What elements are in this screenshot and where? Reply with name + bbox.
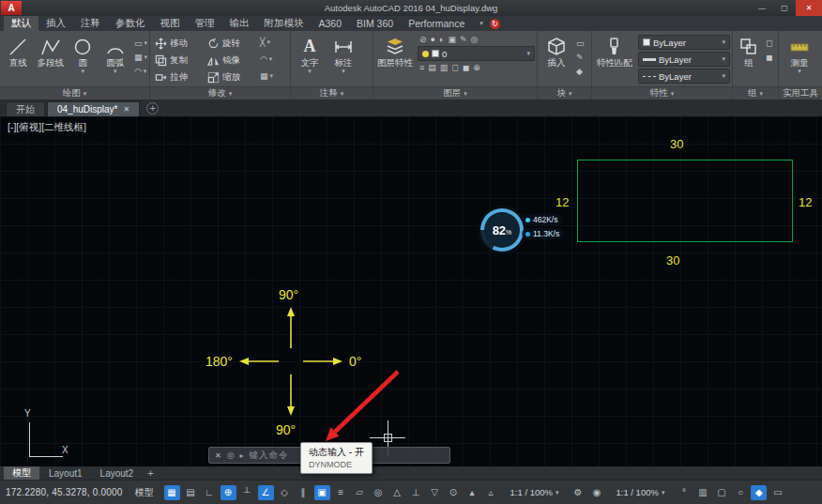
layout-tab-model[interactable]: 模型 [4, 466, 39, 480]
layer-copy-icon[interactable]: ⊕ [473, 63, 480, 72]
dynamic-input-icon[interactable]: ⊕ [221, 485, 236, 500]
file-tab-start[interactable]: 开始 [6, 101, 45, 116]
layer-freeze-icon[interactable]: ◐ [439, 35, 444, 44]
panel-footer-draw[interactable]: 绘图 ▾ [0, 86, 149, 99]
panel-footer-properties[interactable]: 特性 ▾ [592, 86, 732, 99]
arc-tool-button[interactable]: 圆弧 ▾ [99, 33, 130, 75]
linetype-dropdown[interactable]: ByLayer ▾ [638, 69, 730, 84]
viewport-controls-label[interactable]: [-][俯视][二维线框] [8, 121, 86, 134]
measure-tool-button[interactable]: 测量 ▾ [781, 33, 818, 75]
mirror-tool-button[interactable]: 镜像 [207, 53, 255, 68]
ribbon-tab-parametric[interactable]: 参数化 [108, 16, 153, 31]
layer-state-icon[interactable]: ≡ [419, 63, 424, 72]
selection-filter-icon[interactable]: ▽ [427, 485, 443, 500]
ribbon-tab-home[interactable]: 默认 [4, 16, 38, 31]
line-tool-button[interactable]: 直线 [2, 33, 34, 68]
tab-close-icon[interactable]: ✕ [124, 105, 130, 114]
gizmo-icon[interactable]: ⊙ [446, 485, 462, 500]
circle-flyout-icon[interactable]: ▾ [81, 68, 84, 75]
new-drawing-tab-button[interactable]: + [146, 102, 159, 115]
panel-footer-annotate[interactable]: 注释 ▾ [291, 86, 373, 99]
block-create-button[interactable]: ▭ [576, 37, 585, 49]
annotation-monitor-icon[interactable]: ◉ [589, 485, 605, 500]
model-space-indicator[interactable]: 模型 [135, 486, 154, 499]
ribbon-tab-view[interactable]: 视图 [153, 16, 188, 31]
layer-merge-icon[interactable]: ◼ [463, 63, 469, 72]
3d-osnap-icon[interactable]: △ [389, 485, 405, 500]
graphics-performance-icon[interactable]: ◆ [751, 485, 767, 500]
ribbon-tab-bim360[interactable]: BIM 360 [349, 16, 401, 31]
grid-toggle-icon[interactable]: ▦ [164, 485, 180, 500]
copy-tool-button[interactable]: 复制 [155, 53, 203, 68]
units-icon[interactable]: ° [676, 485, 692, 500]
snap-toggle-icon[interactable]: ▤ [183, 485, 199, 500]
match-properties-button[interactable]: 特性匹配 [594, 33, 635, 68]
object-color-dropdown[interactable]: ByLayer ▾ [638, 35, 730, 50]
viewport-scale-chip[interactable]: 1:1 / 100% ▾ [612, 485, 670, 500]
array-tool-button[interactable]: ▦ ▾ [260, 69, 288, 82]
performance-gauge[interactable]: 82 % [480, 208, 524, 252]
ellipse-tool-button[interactable]: ◠ ▾ [134, 65, 147, 77]
ribbon-collapse-icon[interactable]: ▾ [480, 20, 483, 27]
ungroup-button[interactable]: ◻ [766, 37, 772, 49]
ribbon-tab-output[interactable]: 输出 [222, 16, 257, 31]
block-edit-button[interactable]: ✎ [576, 51, 585, 63]
command-close-icon[interactable]: ✕ [215, 451, 221, 460]
selection-cycling-icon[interactable]: ◎ [371, 485, 387, 500]
block-attributes-button[interactable]: ◆ [576, 65, 585, 77]
command-input[interactable]: 键入命令 [250, 450, 289, 462]
circle-tool-button[interactable]: 圆 ▾ [67, 33, 99, 75]
dimension-label-right[interactable]: 12 [799, 195, 812, 209]
drawing-canvas[interactable]: [-][俯视][二维线框] 30 12 12 30 82 % 462K/s 11… [0, 116, 822, 466]
text-tool-button[interactable]: A 文字 ▾ [293, 33, 327, 75]
rotate-tool-button[interactable]: 旋转 [207, 36, 255, 51]
sync-icon[interactable]: ↻ [490, 19, 500, 29]
annotation-scale-chip[interactable]: 1:1 / 100% ▾ [506, 485, 564, 500]
layer-properties-button[interactable]: 图层特性 [375, 33, 415, 68]
arc-flyout-icon[interactable]: ▾ [114, 68, 117, 75]
annotation-visibility-icon[interactable]: ▴ [464, 485, 480, 500]
insert-block-button[interactable]: 插入 [540, 33, 573, 68]
panel-footer-layers[interactable]: 图层 ▾ [373, 86, 537, 99]
layer-off-icon[interactable]: ⊘ [419, 35, 427, 44]
infer-constraints-icon[interactable]: ∟ [202, 485, 218, 500]
layer-select-dropdown[interactable]: 0 ▾ [418, 46, 535, 61]
layer-edit-icon[interactable]: ✎ [460, 35, 467, 44]
polar-tracking-icon[interactable]: ∠ [258, 485, 274, 500]
polyline-tool-button[interactable]: 多段线 [34, 33, 66, 68]
autoscale-icon[interactable]: ▵ [483, 485, 499, 500]
dynamic-ucs-icon[interactable]: ⊥ [408, 485, 424, 500]
object-snap-icon[interactable]: ▣ [314, 485, 330, 500]
panel-footer-utilities[interactable]: 实用工具 [779, 86, 822, 99]
dimension-label-bottom[interactable]: 30 [666, 253, 679, 267]
hatch-tool-button[interactable]: ▦ ▾ [134, 51, 147, 63]
layer-prev-icon[interactable]: ▥ [440, 63, 449, 72]
ribbon-tab-insert[interactable]: 插入 [38, 16, 73, 31]
maximize-button[interactable]: ▢ [773, 0, 796, 16]
ortho-toggle-icon[interactable]: ┴ [239, 485, 255, 500]
ribbon-tab-a360[interactable]: A360 [312, 16, 350, 31]
fillet-tool-button[interactable]: ◠ ▾ [260, 53, 288, 65]
transparency-toggle-icon[interactable]: ▱ [352, 485, 368, 500]
trim-tool-button[interactable]: ╳ ▾ [260, 36, 288, 48]
panel-footer-group[interactable]: 组 ▾ [733, 86, 778, 99]
dimension-label-left[interactable]: 12 [556, 195, 569, 209]
layout-tab-layout1[interactable]: Layout1 [40, 466, 91, 480]
scale-tool-button[interactable]: 缩放 [207, 69, 255, 84]
clean-screen-icon[interactable]: ▭ [769, 485, 785, 500]
group-tool-button[interactable]: 组 [735, 33, 763, 68]
isolate-objects-icon[interactable]: ○ [732, 485, 748, 500]
panel-footer-block[interactable]: 块 ▾ [538, 86, 591, 99]
new-layout-button[interactable]: + [147, 467, 153, 479]
layout-tab-layout2[interactable]: Layout2 [92, 466, 143, 480]
ribbon-tab-annotate[interactable]: 注释 [73, 16, 108, 31]
layer-isolate-icon[interactable]: ◎ [470, 35, 478, 44]
osnap-tracking-icon[interactable]: ∥ [296, 485, 312, 500]
layer-lock-icon[interactable]: ▣ [448, 35, 456, 44]
file-tab-document[interactable]: 04_huDisplay* ✕ [47, 101, 140, 116]
ribbon-tab-manage[interactable]: 管理 [188, 16, 222, 31]
close-button[interactable]: ✕ [796, 0, 822, 16]
lineweight-toggle-icon[interactable]: ≡ [333, 485, 349, 500]
dimension-tool-button[interactable]: 标注 ▾ [327, 33, 360, 75]
lock-ui-icon[interactable]: ▢ [713, 485, 729, 500]
